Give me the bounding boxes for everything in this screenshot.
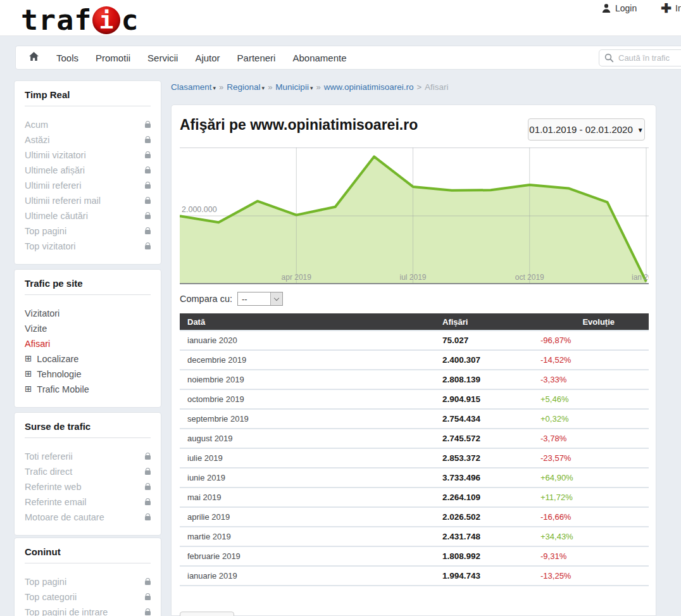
- sidebar-section-coninut: ConinutTop paginiTop categoriiTop pagini…: [14, 537, 161, 616]
- sidebar-item-trafic-direct[interactable]: Trafic direct: [25, 464, 151, 479]
- breadcrumb-link-www-opiniatimisoarei-ro[interactable]: www.opiniatimisoarei.ro: [324, 82, 414, 92]
- sidebar-item-top-pagini[interactable]: Top pagini: [25, 574, 151, 589]
- expand-icon[interactable]: ⊞: [25, 385, 32, 394]
- trafic-logo[interactable]: trafic: [21, 3, 139, 37]
- sidebar-item-label: Motoare de cautare: [25, 512, 145, 522]
- sidebar-item-label: Ultimele căutări: [25, 211, 145, 221]
- sidebar-item-top-categorii[interactable]: Top categorii: [25, 589, 151, 605]
- login-label: Login: [615, 3, 637, 13]
- plus-icon: ✚: [661, 4, 672, 13]
- sidebar-item-referinte-email[interactable]: Referinte email: [25, 494, 151, 510]
- cell-evolution: -3,78%: [540, 434, 649, 443]
- login-button[interactable]: Login: [601, 3, 637, 13]
- breadcrumb-link-clasament[interactable]: Clasament▾: [171, 82, 216, 92]
- cell-views: 2.431.748: [442, 532, 540, 541]
- nav-item-tools[interactable]: Tools: [56, 53, 78, 63]
- sidebar-item-vizite[interactable]: Vizite: [25, 321, 151, 336]
- sidebar-item-motoare-de-cautare[interactable]: Motoare de cautare: [25, 510, 151, 525]
- breadcrumb-separator: »: [268, 82, 272, 92]
- sidebar-item-localizare[interactable]: ⊞Localizare: [25, 351, 151, 367]
- table-header-row: DatăAfișăriEvoluție: [180, 313, 649, 331]
- sidebar-item-label: Referinte email: [25, 497, 145, 507]
- table-row: septembrie 20192.754.434+0,32%: [180, 410, 649, 429]
- compare-select[interactable]: --: [237, 292, 283, 306]
- sidebar-item-ultimii-refereri[interactable]: Ultimii refereri: [25, 178, 151, 193]
- sidebar-item-label: Top vizitatori: [25, 241, 145, 251]
- sidebar-item-top-vizitatori[interactable]: Top vizitatori: [25, 239, 151, 254]
- nav-item-parteneri[interactable]: Parteneri: [237, 53, 276, 63]
- table-row: ianuarie 20191.994.743-13,25%: [180, 567, 649, 586]
- signup-button[interactable]: ✚ Ins: [661, 3, 681, 13]
- sidebar-item-ultimele-c-ut-ri[interactable]: Ultimele căutări: [25, 208, 151, 223]
- sidebar-section-trafic-pe-site: Trafic pe siteVizitatoriViziteAfisari⊞Lo…: [14, 269, 161, 408]
- nav-item-promotii[interactable]: Promotii: [96, 53, 130, 63]
- cell-date: septembrie 2019: [180, 414, 442, 424]
- sidebar-item-label: Top pagini de intrare: [25, 607, 145, 616]
- sidebar-item-ast-zi[interactable]: Astăzi: [25, 132, 151, 148]
- cell-date: iunie 2019: [180, 473, 442, 482]
- table-row: ianuarie 202075.027-96,87%: [180, 331, 649, 351]
- cell-evolution: +5,46%: [540, 394, 649, 404]
- select-arrow-button[interactable]: [270, 292, 282, 305]
- cell-evolution: +11,72%: [540, 493, 649, 502]
- sidebar-item-vizitatori[interactable]: Vizitatori: [25, 306, 151, 321]
- signup-label: Ins: [675, 3, 681, 13]
- sidebar-item-label: Referinte web: [25, 482, 145, 492]
- sidebar-item-trafic-mobile[interactable]: ⊞Trafic Mobile: [25, 382, 151, 397]
- nav-item-abonamente[interactable]: Abonamente: [292, 53, 346, 63]
- cell-date: ianuarie 2019: [180, 571, 442, 581]
- sidebar-item-afisari[interactable]: Afisari: [25, 336, 151, 351]
- home-button[interactable]: [28, 51, 39, 64]
- sidebar-item-label: Ultimii refereri mail: [25, 196, 145, 206]
- sidebar-item-label: Astăzi: [25, 135, 145, 145]
- cell-views: 3.733.496: [442, 473, 540, 482]
- bottom-button[interactable]: [180, 612, 234, 616]
- table-row: iunie 20193.733.496+64,90%: [180, 468, 649, 488]
- logo-text-left: traf: [21, 3, 92, 37]
- cell-evolution: +34,43%: [540, 532, 649, 541]
- cell-evolution: -9,31%: [540, 551, 649, 561]
- sidebar-item-label: Trafic direct: [25, 467, 145, 477]
- sidebar-item-top-pagini[interactable]: Top pagini: [25, 223, 151, 239]
- nav-item-servicii[interactable]: Servicii: [147, 53, 178, 63]
- page-title: Afişări pe www.opiniatimisoarei.ro: [180, 116, 418, 134]
- sidebar-item-label: Vizitatori: [25, 308, 151, 318]
- cell-date: iulie 2019: [180, 453, 442, 463]
- breadcrumb-link-municipii[interactable]: Municipii▾: [275, 82, 313, 92]
- chart-svg: apr 2019iul 2019oct 2019ian 20202.000.00…: [180, 146, 649, 286]
- sidebar-item-tehnologie[interactable]: ⊞Tehnologie: [25, 367, 151, 382]
- lock-icon: [145, 486, 151, 490]
- logo-text-right: c: [121, 3, 139, 37]
- sidebar-section-title: Trafic pe site: [25, 278, 151, 295]
- sidebar-item-top-pagini-de-intrare[interactable]: Top pagini de intrare: [25, 605, 151, 616]
- nav-item-ajutor[interactable]: Ajutor: [195, 53, 220, 63]
- lock-icon: [145, 516, 151, 520]
- breadcrumb-link-regional[interactable]: Regional▾: [227, 82, 265, 92]
- stats-table: DatăAfișăriEvoluțieianuarie 202075.027-9…: [180, 313, 649, 586]
- sidebar-item-referinte-web[interactable]: Referinte web: [25, 479, 151, 494]
- caret-down-icon: ▾: [310, 85, 313, 91]
- search-box: [599, 49, 681, 66]
- sidebar-item-ultimele-afi-ri[interactable]: Ultimele afișări: [25, 163, 151, 178]
- main-navbar: ToolsPromotiiServiciiAjutorParteneriAbon…: [15, 46, 681, 70]
- sidebar-item-ultimii-refereri-mail[interactable]: Ultimii refereri mail: [25, 193, 151, 208]
- cell-evolution: +0,32%: [540, 414, 649, 424]
- table-row: noiembrie 20192.808.139-3,33%: [180, 370, 649, 390]
- sidebar-item-ultimii-vizitatori[interactable]: Ultimii vizitatori: [25, 148, 151, 163]
- cell-views: 2.904.915: [442, 394, 540, 404]
- date-range-selector[interactable]: 01.01.2019 - 02.01.2020 ▼: [528, 118, 645, 141]
- expand-icon[interactable]: ⊞: [25, 370, 32, 379]
- lock-icon: [145, 139, 151, 143]
- sidebar-item-toti-refererii[interactable]: Toti refererii: [25, 449, 151, 464]
- sidebar-section-title: Coninut: [25, 546, 151, 563]
- lock-icon: [145, 596, 151, 600]
- sidebar-section-timp-real: Timp RealAcumAstăziUltimii vizitatoriUlt…: [14, 80, 161, 265]
- sidebar-item-label: Acum: [25, 120, 145, 130]
- cell-evolution: -16,66%: [540, 512, 649, 522]
- lock-icon: [145, 123, 151, 128]
- compare-label: Compara cu:: [180, 294, 232, 304]
- cell-evolution: -96,87%: [540, 336, 649, 345]
- cell-views: 2.264.109: [442, 493, 540, 502]
- sidebar-item-acum[interactable]: Acum: [25, 117, 151, 132]
- expand-icon[interactable]: ⊞: [25, 355, 32, 363]
